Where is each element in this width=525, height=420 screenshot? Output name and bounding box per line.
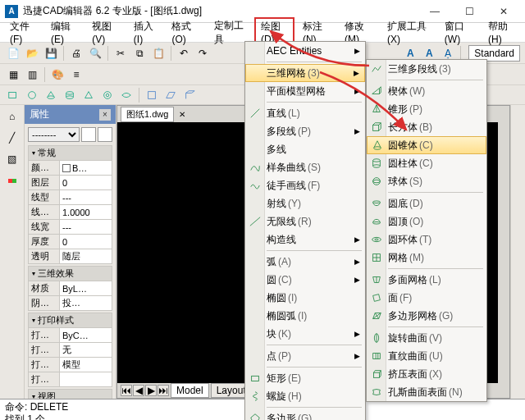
- menuitem-构造线[interactable]: 构造线▶: [245, 231, 365, 249]
- home-icon[interactable]: ⌂: [4, 108, 21, 125]
- menuitem-矩形[interactable]: 矩形(E): [245, 369, 365, 387]
- menuitem-螺旋[interactable]: 螺旋(H): [245, 387, 365, 405]
- prop-row[interactable]: 厚度0: [28, 235, 112, 249]
- menuitem-多边形[interactable]: 多边形(G): [245, 409, 365, 420]
- quick-icon[interactable]: [98, 127, 112, 142]
- tab-close-icon[interactable]: ✕: [179, 110, 185, 119]
- prop-row[interactable]: 线型---: [28, 190, 112, 205]
- menuitem-射线[interactable]: 射线(Y): [245, 194, 365, 212]
- menu-3[interactable]: 插入(I): [127, 17, 164, 48]
- menuitem-圆锥体[interactable]: 圆锥体(C): [367, 136, 486, 154]
- prop-row[interactable]: 颜…B…: [28, 161, 112, 176]
- prop-row[interactable]: 图层0: [28, 176, 112, 190]
- scrollbar-vertical[interactable]: [498, 122, 509, 383]
- solid4-icon[interactable]: [62, 87, 78, 103]
- prop-row[interactable]: 打…无: [28, 343, 112, 358]
- solid10-icon[interactable]: [181, 87, 198, 103]
- solid6-icon[interactable]: [99, 87, 116, 103]
- prop-row[interactable]: 阴…投…: [28, 296, 112, 311]
- pick-icon[interactable]: [81, 127, 96, 142]
- layer-icon[interactable]: ▦: [5, 66, 21, 83]
- rgb-icon[interactable]: [4, 172, 21, 189]
- menuitem-圆[interactable]: 圆(C)▶: [245, 271, 365, 289]
- menuitem-多线[interactable]: 多线: [245, 140, 365, 158]
- prop-row[interactable]: 线宽---: [28, 220, 112, 235]
- svg-point-21: [372, 237, 381, 241]
- prop-group[interactable]: ▾视图: [28, 389, 112, 399]
- menuitem-长方体[interactable]: 长方体(B): [367, 118, 486, 136]
- properties-close-icon[interactable]: ×: [99, 109, 111, 121]
- menuitem-楔体[interactable]: 楔体(W): [367, 82, 486, 100]
- free-icon: [249, 179, 262, 192]
- menuitem-直纹曲面[interactable]: 直纹曲面(U): [367, 347, 486, 365]
- prop-group[interactable]: ▾三维效果: [28, 266, 112, 281]
- svg-point-1: [29, 91, 36, 98]
- solid7-icon[interactable]: [118, 87, 135, 103]
- solid5-icon[interactable]: [80, 87, 97, 103]
- solid8-icon[interactable]: [144, 87, 160, 103]
- menuitem-块[interactable]: 块(K)▶: [245, 325, 365, 343]
- selection-dropdown[interactable]: --------: [28, 127, 80, 142]
- menuitem-多边形网格[interactable]: 多边形网格(G): [367, 307, 486, 325]
- menuitem-圆顶[interactable]: 圆顶(O): [367, 212, 486, 231]
- prop-row[interactable]: 打…模型: [28, 358, 112, 372]
- menuitem-样条曲线[interactable]: 样条曲线(S): [245, 158, 365, 176]
- menuitem-多段线[interactable]: 多段线(P)▶: [245, 122, 365, 140]
- menuitem-平面模型网格[interactable]: 平面模型网格▶: [245, 82, 365, 100]
- menu-4[interactable]: 格式(O): [165, 17, 206, 48]
- prop-row[interactable]: 材质ByL…: [28, 281, 112, 296]
- menuitem-直线[interactable]: 直线(L): [245, 104, 365, 122]
- menuitem-圆柱体[interactable]: 圆柱体(C): [367, 154, 486, 172]
- document-tab[interactable]: 图纸1.dwg: [121, 107, 174, 122]
- menu-1[interactable]: 编辑(E): [44, 17, 84, 48]
- menu-2[interactable]: 视图(V): [85, 17, 125, 48]
- menuitem-徒手画线[interactable]: 徒手画线(F): [245, 176, 365, 194]
- solid2-icon[interactable]: [24, 87, 40, 103]
- menu-0[interactable]: 文件(F): [3, 17, 43, 48]
- menuitem-三维多段线[interactable]: 三维多段线(3): [367, 60, 486, 78]
- left-toolbar: ⌂ ╱ ▧: [0, 105, 25, 399]
- prop-row[interactable]: 打…: [28, 372, 112, 387]
- menuitem-面[interactable]: 面(F): [367, 289, 486, 307]
- menuitem-圆环体[interactable]: 圆环体(T): [367, 231, 486, 249]
- menuitem-多面网格[interactable]: 多面网格(L): [367, 271, 486, 289]
- menuitem-孔斯曲面表面[interactable]: 孔斯曲面表面(N): [367, 383, 486, 401]
- line-tool-icon[interactable]: ╱: [4, 130, 21, 146]
- menuitem-挤压表面[interactable]: 挤压表面(X): [367, 365, 486, 383]
- menuitem-点[interactable]: 点(P)▶: [245, 347, 365, 365]
- menuitem-球体[interactable]: 球体(S): [367, 172, 486, 190]
- sheet-prev-icon[interactable]: ◀: [133, 385, 144, 396]
- prop-row[interactable]: 打…ByC…: [28, 328, 112, 343]
- prop-group[interactable]: ▾打印样式: [28, 313, 112, 328]
- prop-row[interactable]: 透明随层: [28, 249, 112, 264]
- sheet-next-icon[interactable]: ▶: [145, 385, 157, 396]
- menuitem-椭圆弧[interactable]: 椭圆弧(I): [245, 307, 365, 325]
- cone-icon: [371, 139, 384, 152]
- menuitem-锥形[interactable]: 锥形(P): [367, 100, 486, 118]
- menuitem-无限线[interactable]: 无限线(R): [245, 212, 365, 231]
- menuitem-椭圆[interactable]: 椭圆(I): [245, 289, 365, 307]
- dish-icon: [370, 197, 383, 210]
- solid3-icon[interactable]: [43, 87, 59, 103]
- sheet-first-icon[interactable]: ⏮: [121, 385, 132, 396]
- menu-11[interactable]: 帮助(H): [482, 17, 522, 48]
- sheet-last-icon[interactable]: ⏭: [158, 385, 169, 396]
- layer2-icon[interactable]: ▥: [24, 66, 40, 83]
- menu-9[interactable]: 扩展工具(X): [381, 17, 436, 48]
- menuitem-三维网格[interactable]: 三维网格(3)▶: [245, 64, 365, 82]
- menuitem-网格[interactable]: 网格(M): [367, 249, 486, 267]
- prop-group[interactable]: ▾常规: [28, 145, 112, 161]
- solid1-icon[interactable]: [5, 87, 21, 103]
- menuitem-旋转曲面[interactable]: 旋转曲面(V): [367, 329, 486, 347]
- ltype-icon[interactable]: ≡: [68, 66, 84, 83]
- sheet-model[interactable]: Model: [171, 383, 209, 398]
- color-icon[interactable]: 🎨: [49, 66, 66, 83]
- menuitem-AEC Entities[interactable]: AEC Entities▶: [245, 42, 365, 60]
- palette-icon[interactable]: ▧: [4, 151, 21, 167]
- menuitem-弧[interactable]: 弧(A)▶: [245, 253, 365, 271]
- menu-10[interactable]: 窗口(W): [438, 17, 480, 48]
- solid9-icon[interactable]: [162, 87, 179, 103]
- pmesh-icon: [370, 309, 383, 322]
- prop-row[interactable]: 线…1.0000: [28, 205, 112, 220]
- menuitem-圆底[interactable]: 圆底(D): [367, 194, 486, 212]
